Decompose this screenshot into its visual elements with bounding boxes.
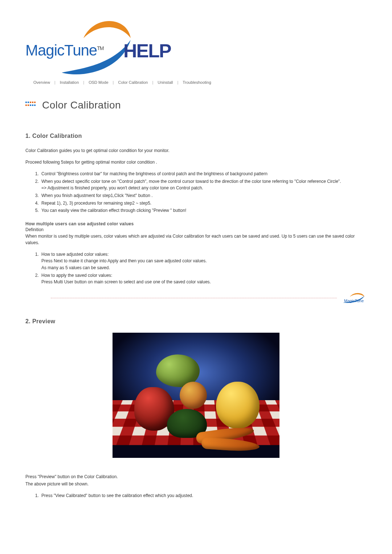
section1-intro2: Proceed following 5steps for getting opt…: [25, 159, 367, 165]
svg-rect-4: [34, 102, 36, 103]
brand-name: MagicTuneTM: [25, 42, 103, 59]
section1-intro1: Color Calibration guides you to get opti…: [25, 147, 367, 154]
section2-steps: Press "View Calibrated" button to see th…: [40, 492, 367, 499]
title-dots-icon: [25, 102, 38, 109]
svg-rect-7: [30, 104, 31, 106]
help-label: HELP: [123, 40, 171, 62]
multi-user-body: When monitor is used by multiple users, …: [25, 233, 367, 246]
multi-user-steps: How to save adjusted color values:Press …: [40, 251, 367, 286]
svg-rect-6: [28, 104, 29, 106]
nav-osd-mode[interactable]: OSD Mode: [84, 80, 113, 85]
svg-rect-0: [25, 102, 27, 103]
nav-installation[interactable]: Installation: [56, 80, 83, 85]
svg-rect-9: [34, 104, 36, 106]
section1-step: Repeat 1), 2), 3) procedures for remaini…: [40, 200, 367, 207]
nav-color-calibration[interactable]: Color Calibration: [114, 80, 152, 85]
page-title: Color Calibration: [42, 99, 121, 111]
multi-user-step: How to save adjusted color values:Press …: [40, 251, 367, 271]
dotted-line-icon: [51, 298, 337, 298]
header-logo: MagicTuneTM HELP: [25, 18, 367, 76]
mini-logo-text: MagicTune: [344, 299, 364, 303]
svg-rect-8: [32, 104, 33, 106]
svg-rect-2: [30, 102, 31, 103]
section1-step: When you detect specific color tone on "…: [40, 178, 367, 192]
section2-step: Press "View Calibrated" button to see th…: [40, 492, 367, 499]
definition-label: Definition: [25, 226, 367, 233]
page-title-row: Color Calibration: [25, 99, 367, 111]
section1-step: When you finish adjustment for step1,Cli…: [40, 192, 367, 199]
nav-uninstall[interactable]: Uninstall: [153, 80, 177, 85]
top-nav: Overview | Installation | OSD Mode | Col…: [29, 80, 367, 85]
section1-title: 1. Color Calibration: [25, 133, 367, 139]
multi-user-heading: How multiple users can use adjusted colo…: [25, 221, 367, 226]
section-divider: MagicTune: [51, 293, 367, 304]
svg-rect-3: [32, 102, 33, 103]
svg-rect-5: [25, 104, 27, 106]
preview-caption1: Press "Preview" button on the Color Cali…: [25, 473, 367, 480]
section1-step: Control "Brightness control bar" for mat…: [40, 171, 367, 177]
section1-step: You can easily view the calibration effe…: [40, 207, 367, 214]
preview-caption2: The above picture will be shown.: [25, 481, 367, 487]
mini-logo: MagicTune: [341, 293, 367, 304]
section2-title: 2. Preview: [25, 318, 367, 325]
preview-image: [113, 333, 279, 458]
multi-user-step: How to apply the saved color values:Pres…: [40, 272, 367, 286]
nav-overview[interactable]: Overview: [29, 80, 54, 85]
nav-troubleshooting[interactable]: Troubleshooting: [178, 80, 215, 85]
svg-rect-1: [28, 102, 29, 103]
section1-steps: Control "Brightness control bar" for mat…: [40, 171, 367, 214]
